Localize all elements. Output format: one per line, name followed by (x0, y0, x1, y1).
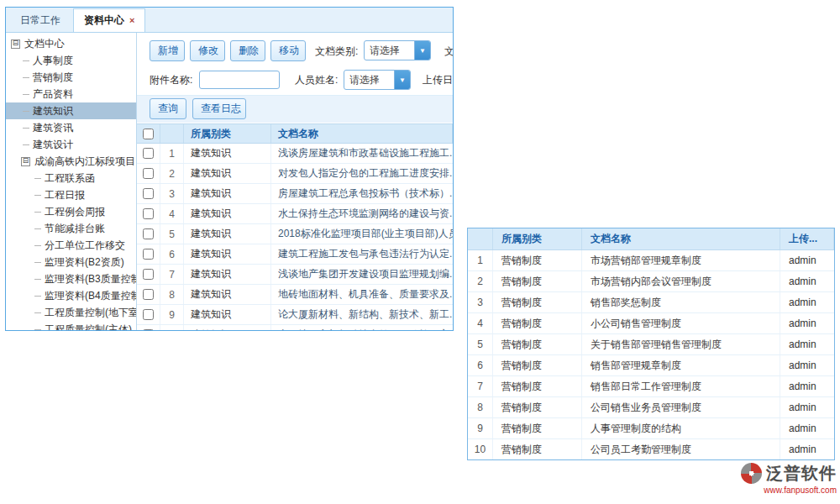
attachment-name-input[interactable] (199, 71, 280, 89)
table-header-row: 所属别类 文档名称 上传... (468, 228, 834, 250)
edit-button[interactable]: 修改 (190, 40, 225, 61)
doc-type-select[interactable]: 请选择 ▼ (364, 40, 431, 60)
category-header: 所属别类 (493, 228, 582, 249)
vendor-url[interactable]: www.fanpusoft.com (732, 486, 837, 495)
cell-no: 10 (468, 439, 493, 459)
person-name-select[interactable]: 请选择 ▼ (344, 70, 411, 90)
cell-category: 建筑知识 (184, 224, 271, 244)
cell-category: 营销制度 (493, 418, 582, 438)
tree-item-supervision-b2[interactable]: 监理资料(B2资质) (6, 254, 136, 270)
move-button[interactable]: 移动 (270, 40, 306, 61)
cell-no: 2 (468, 271, 493, 291)
tree-item-quality-basement[interactable]: 工程质量控制(地下室) (6, 304, 136, 321)
row-checkbox[interactable] (143, 228, 154, 239)
cell-uploader: admin (780, 250, 834, 270)
tree-tick (34, 212, 41, 213)
tree-item-weekly-meeting[interactable]: 工程例会周报 (6, 203, 136, 220)
tree-item-daily-report[interactable]: 工程日报 (6, 186, 136, 203)
table-row[interactable]: 4 建筑知识 水土保持生态环境监测网络的建设与资... (137, 204, 453, 224)
table-row[interactable]: 8 建筑知识 地砖地面材料、机具准备、质量要求及... (137, 285, 453, 305)
doc-name-header: 文档名称 (582, 228, 780, 249)
row-number-header (468, 228, 493, 249)
tab-daily-work[interactable]: 日常工作 (9, 8, 71, 32)
table-row[interactable]: 10 建筑知识 大厦地下室加气砼墙砌筑工程的施工方... (137, 325, 453, 330)
table-row[interactable]: 8 营销制度 公司销售业务员管理制度 admin (468, 397, 834, 418)
table-row[interactable]: 4 营销制度 小公司销售管理制度 admin (468, 313, 834, 334)
row-checkbox[interactable] (143, 329, 154, 330)
tree-item-work-transfer[interactable]: 分工单位工作移交 (6, 237, 136, 254)
table-row[interactable]: 9 营销制度 人事管理制度的结构 admin (468, 418, 834, 439)
cell-doc-name: 浅谈地产集团开发建设项目监理规划编... (271, 265, 453, 284)
tab-data-center[interactable]: 资料中心× (73, 8, 145, 32)
tree-item-quality-main[interactable]: 工程质量控制(主体) (6, 321, 136, 330)
delete-button[interactable]: 删除 (230, 40, 265, 61)
tree-item-building-news[interactable]: 建筑资讯 (6, 119, 136, 136)
row-checkbox[interactable] (143, 309, 154, 320)
tree-item-building-knowledge[interactable]: 建筑知识 (6, 102, 136, 119)
close-icon[interactable]: × (129, 15, 134, 25)
cell-no: 5 (468, 334, 493, 354)
table-row[interactable]: 9 建筑知识 论大厦新材料、新结构、新技术、新工... (137, 305, 453, 325)
view-log-button[interactable]: 查看日志 (192, 98, 246, 119)
cell-category: 建筑知识 (184, 285, 271, 304)
tree-tick (23, 94, 29, 95)
tree-item-hr-policy[interactable]: 人事制度 (6, 52, 136, 69)
cell-doc-name: 小公司销售管理制度 (582, 313, 780, 333)
row-checkbox[interactable] (143, 249, 154, 260)
documents-table: 所属别类 文档名称 1 建筑知识 浅谈房屋建筑和市政基础设施工程施工... 2 … (137, 123, 453, 330)
table-row[interactable]: 1 营销制度 市场营销部管理规章制度 admin (468, 250, 834, 271)
row-checkbox[interactable] (143, 188, 154, 199)
table-row[interactable]: 10 营销制度 公司员工考勤管理制度 admin (468, 439, 834, 460)
uploader-header: 上传... (780, 228, 834, 249)
table-row[interactable]: 3 营销制度 销售部奖惩制度 admin (468, 292, 834, 313)
tree-root-label: 文档中心 (24, 35, 65, 52)
table-row[interactable]: 6 营销制度 销售部管理规章制度 admin (468, 355, 834, 376)
select-all-checkbox[interactable] (143, 129, 154, 139)
tree-item-product-data[interactable]: 产品资料 (6, 86, 136, 102)
row-checkbox[interactable] (143, 289, 154, 300)
tree-tick (34, 262, 41, 263)
table-row[interactable]: 1 建筑知识 浅谈房屋建筑和市政基础设施工程施工... (137, 144, 453, 164)
tree-item-contact-letter[interactable]: 工程联系函 (6, 170, 136, 186)
cell-uploader: admin (780, 418, 834, 438)
table-row[interactable]: 2 营销制度 市场营销内部会议管理制度 admin (468, 271, 834, 292)
cell-no: 4 (160, 204, 184, 223)
table-row[interactable]: 3 建筑知识 房屋建筑工程总承包投标书（技术标）... (137, 184, 453, 204)
tree-item-building-design[interactable]: 建筑设计 (6, 136, 136, 153)
cell-category: 营销制度 (493, 292, 582, 312)
table-row[interactable]: 5 营销制度 关于销售部管理销售管理制度 admin (468, 334, 834, 355)
tree-root-project[interactable]: ⊟ 成渝高铁内江标段项目 (6, 153, 136, 170)
tab-bar: 日常工作 资料中心× (6, 8, 453, 33)
collapse-icon[interactable]: ⊟ (21, 157, 30, 166)
row-checkbox[interactable] (143, 168, 154, 179)
cell-no: 9 (468, 418, 493, 438)
query-button[interactable]: 查询 (150, 98, 186, 119)
cell-doc-name: 大厦地下室加气砼墙砌筑工程的施工方... (271, 325, 453, 330)
tree-item-supervision-b3[interactable]: 监理资料(B3质量控制) (6, 270, 136, 287)
row-checkbox[interactable] (143, 148, 154, 159)
tree-item-supervision-b4[interactable]: 监理资料(B4质量控制) (6, 287, 136, 304)
cell-doc-name: 销售部管理规章制度 (582, 355, 780, 375)
tree-root-document-center[interactable]: ⊟ 文档中心 (6, 35, 136, 52)
row-checkbox[interactable] (143, 208, 154, 219)
cell-uploader: admin (780, 355, 834, 375)
tree-tick (34, 178, 41, 179)
tree-item-energy-ledger[interactable]: 节能减排台账 (6, 220, 136, 237)
table-row[interactable]: 2 建筑知识 对发包人指定分包的工程施工进度安排... (137, 164, 453, 184)
table-row[interactable]: 7 营销制度 销售部日常工作管理制度 admin (468, 376, 834, 397)
add-button[interactable]: 新增 (150, 40, 185, 61)
collapse-icon[interactable]: ⊟ (11, 39, 20, 49)
cell-doc-name: 销售部日常工作管理制度 (582, 376, 780, 396)
tree-item-marketing-policy[interactable]: 营销制度 (6, 69, 136, 86)
attachment-name-label: 附件名称: (150, 73, 192, 87)
tree-tick (34, 296, 41, 297)
cell-no: 5 (160, 224, 184, 244)
tree-tick (34, 329, 41, 330)
table-row[interactable]: 7 建筑知识 浅谈地产集团开发建设项目监理规划编... (137, 265, 453, 285)
chevron-down-icon: ▼ (414, 41, 430, 60)
cell-no: 8 (468, 397, 493, 417)
row-checkbox[interactable] (143, 269, 154, 280)
vendor-logo[interactable]: 泛普软件 www.fanpusoft.com (732, 462, 837, 495)
table-row[interactable]: 5 建筑知识 2018标准化监理项目部(业主项目部)人员... (137, 224, 453, 244)
table-row[interactable]: 6 建筑知识 建筑工程施工发包与承包违法行为认定... (137, 244, 453, 265)
